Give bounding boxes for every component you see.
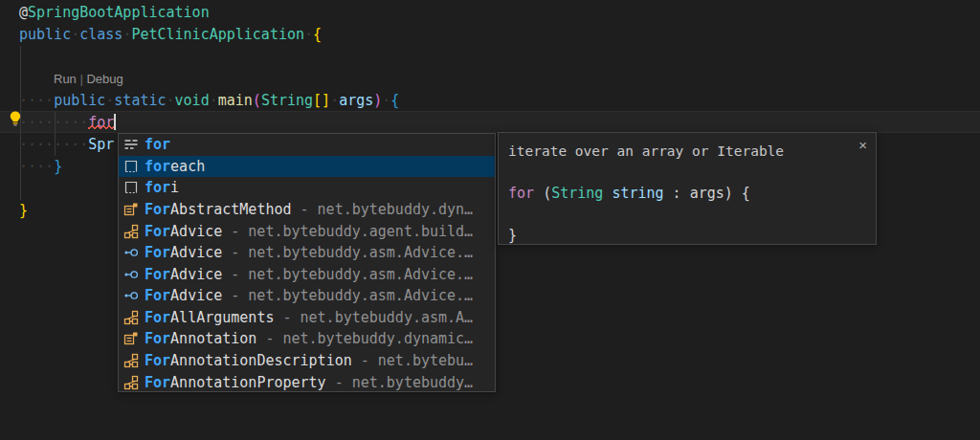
code-token: SpringBootApplication bbox=[28, 4, 210, 21]
suggest-widget: forforeachforiForAbstractMethod- net.byt… bbox=[118, 133, 496, 392]
suggest-item[interactable]: ForAdvice- net.bytebuddy.asm.Advice.… bbox=[119, 242, 495, 264]
code-token: } bbox=[508, 227, 517, 244]
suggest-item[interactable]: ForAbstractMethod- net.bytebuddy.dyn… bbox=[119, 199, 495, 221]
suggest-detail: - net.bytebuddy.asm.Advice.… bbox=[231, 266, 473, 283]
suggest-item[interactable]: foreach bbox=[119, 156, 495, 178]
suggest-item[interactable]: ForAnnotationDescription- net.bytebu… bbox=[119, 350, 495, 372]
code-token: static bbox=[114, 92, 166, 109]
interface-icon bbox=[123, 288, 139, 303]
docs-code-line bbox=[508, 204, 866, 225]
code-token: PetClinicApplication bbox=[131, 26, 304, 43]
suggest-label-match: For bbox=[145, 223, 170, 240]
suggest-item[interactable]: ForAnnotationProperty- net.bytebuddy… bbox=[119, 371, 495, 392]
snippet-icon bbox=[123, 180, 139, 195]
code-token: { bbox=[313, 26, 322, 43]
suggest-label: AnnotationProperty bbox=[170, 374, 326, 391]
code-token: ( bbox=[543, 185, 551, 202]
suggest-item[interactable]: ForAnnotation- net.bytebuddy.dynamic… bbox=[119, 328, 495, 350]
suggest-detail: - net.bytebuddy.dyn… bbox=[301, 201, 474, 218]
code-token: String bbox=[261, 92, 313, 109]
code-line[interactable]: @SpringBootApplication bbox=[19, 2, 399, 24]
codelens-line[interactable]: Run | Debug bbox=[19, 68, 399, 90]
suggest-label: Advice bbox=[170, 266, 222, 283]
code-token: void bbox=[175, 92, 210, 109]
code-token: @ bbox=[19, 4, 28, 21]
suggest-label-match: for bbox=[145, 158, 170, 175]
docs-code-line: } bbox=[508, 225, 866, 246]
code-token: for bbox=[508, 185, 534, 202]
suggest-label: AnnotationDescription bbox=[170, 352, 352, 369]
code-token: ) { bbox=[724, 185, 750, 202]
suggest-label: Advice bbox=[170, 244, 222, 261]
suggest-item[interactable]: ForAdvice- net.bytebuddy.agent.build… bbox=[119, 220, 495, 242]
suggest-label-match: For bbox=[145, 201, 170, 218]
code-token: · bbox=[71, 26, 79, 43]
suggest-label: each bbox=[170, 158, 205, 175]
suggest-item[interactable]: ForAllArguments- net.bytebuddy.asm.A… bbox=[119, 307, 495, 329]
suggest-detail: - net.bytebuddy.asm.A… bbox=[282, 309, 473, 326]
code-line[interactable]: ········for bbox=[19, 112, 399, 134]
suggest-detail: - net.bytebuddy.dynamic… bbox=[265, 330, 473, 347]
interface-icon bbox=[123, 245, 139, 260]
suggest-label-match: For bbox=[145, 309, 170, 326]
code-token: · bbox=[330, 92, 339, 109]
code-token: ···· bbox=[19, 158, 54, 175]
suggest-list: forforeachforiForAbstractMethod- net.byt… bbox=[119, 134, 495, 392]
suggest-label-match: for bbox=[145, 179, 170, 196]
code-token: ········ bbox=[19, 114, 88, 131]
suggest-item[interactable]: ForAdvice- net.bytebuddy.asm.Advice.… bbox=[119, 263, 495, 285]
codelens-run-link[interactable]: Run bbox=[54, 72, 77, 86]
code-token: · bbox=[382, 92, 390, 109]
code-line[interactable]: public·class·PetClinicApplication·{ bbox=[19, 24, 399, 46]
suggest-label-match: For bbox=[145, 352, 170, 369]
docs-code: for (String string : args) { } bbox=[508, 183, 866, 246]
suggest-detail: - net.bytebu… bbox=[361, 352, 473, 369]
suggest-item[interactable]: for bbox=[119, 134, 495, 156]
code-token: · bbox=[304, 26, 313, 43]
code-line[interactable] bbox=[19, 46, 399, 68]
suggest-label: AbstractMethod bbox=[170, 201, 291, 218]
code-token: ( bbox=[253, 92, 261, 109]
code-token: Spr bbox=[88, 136, 114, 153]
suggest-detail: - net.bytebuddy.asm.Advice.… bbox=[231, 287, 473, 304]
codelens-separator: | bbox=[77, 72, 87, 86]
code-token: : bbox=[664, 185, 690, 202]
suggest-label: i bbox=[170, 179, 179, 196]
suggest-label-match: for bbox=[145, 136, 170, 153]
suggest-label: Advice bbox=[170, 223, 222, 240]
suggest-detail: - net.bytebuddy.agent.build… bbox=[231, 223, 473, 240]
docs-code-line: for (String string : args) { bbox=[508, 183, 866, 204]
suggest-item[interactable]: fori bbox=[119, 177, 495, 199]
keyword-icon bbox=[123, 137, 139, 152]
code-token: string bbox=[612, 185, 663, 202]
struct-icon bbox=[123, 202, 139, 217]
suggest-item[interactable]: ForAdvice- net.bytebuddy.asm.Advice.… bbox=[119, 285, 495, 307]
suggest-detail: - net.bytebuddy… bbox=[335, 374, 474, 391]
suggest-docs-panel: iterate over an array or Iterable × for … bbox=[498, 132, 877, 245]
close-icon[interactable]: × bbox=[858, 138, 867, 152]
snippet-icon bbox=[123, 159, 139, 174]
suggest-label: AllArguments bbox=[170, 309, 274, 326]
code-line[interactable]: ····public·static·void·main(String[]·arg… bbox=[19, 90, 399, 112]
code-token: main bbox=[218, 92, 253, 109]
code-token: · bbox=[210, 92, 218, 109]
interface-icon bbox=[123, 267, 139, 282]
class-icon bbox=[123, 224, 139, 239]
class-icon bbox=[123, 375, 139, 390]
code-token: ········ bbox=[19, 136, 88, 153]
codelens-debug-link[interactable]: Debug bbox=[86, 72, 122, 86]
code-token: } bbox=[54, 158, 62, 175]
code-token: · bbox=[167, 92, 175, 109]
code-token: [] bbox=[313, 92, 330, 109]
text-cursor bbox=[114, 114, 116, 130]
suggest-label-match: For bbox=[145, 266, 170, 283]
code-token: ) bbox=[373, 92, 382, 109]
docs-summary: iterate over an array or Iterable bbox=[508, 141, 866, 162]
suggest-label-match: For bbox=[145, 244, 170, 261]
suggest-label-match: For bbox=[145, 330, 170, 347]
suggest-label: Advice bbox=[170, 287, 222, 304]
code-token: ···· bbox=[19, 92, 54, 109]
suggest-label-match: For bbox=[145, 374, 170, 391]
code-token: } bbox=[19, 202, 28, 219]
code-token: for bbox=[88, 114, 114, 131]
